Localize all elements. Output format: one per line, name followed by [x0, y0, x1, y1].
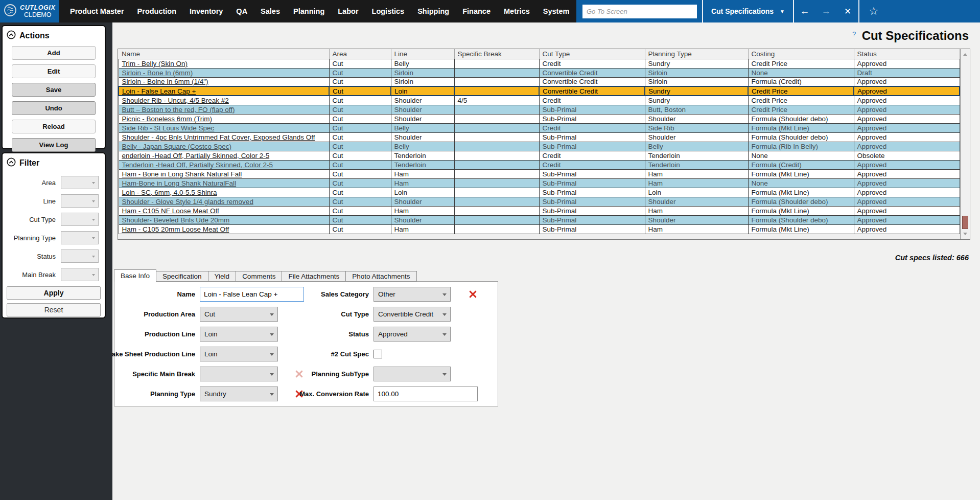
- table-row[interactable]: Ham - C105 NF Loose Meat OffCutHamSub-Pr…: [119, 206, 960, 215]
- spec-name-link[interactable]: Shoulder - Glove Style 1/4 glands remove…: [119, 197, 329, 206]
- make-sheet-production-line-select[interactable]: Loin: [200, 347, 278, 361]
- filter-status-select[interactable]: [61, 249, 99, 263]
- nav-item-shipping[interactable]: Shipping: [411, 7, 456, 15]
- view-log-button[interactable]: View Log: [12, 138, 96, 152]
- spec-name-link[interactable]: enderloin -Head Off, Partially Skinned, …: [119, 151, 329, 160]
- nav-item-metrics[interactable]: Metrics: [497, 7, 536, 15]
- table-row[interactable]: Side Rib - St Louis Wide SpecCutBellyCre…: [119, 123, 960, 132]
- table-row[interactable]: Shoulder - 4pc Bnls Untrimmed Fat Cover,…: [119, 132, 960, 142]
- filter-cut-type-select[interactable]: [61, 213, 99, 226]
- filter-main-break-select[interactable]: [61, 268, 99, 281]
- production-line-select[interactable]: Loin: [200, 327, 278, 342]
- nav-item-inventory[interactable]: Inventory: [183, 7, 229, 15]
- spec-name-link[interactable]: Sirloin - Boine In 6mm (1/4"): [119, 77, 329, 86]
- help-icon[interactable]: ?: [852, 30, 856, 38]
- column-header-costing[interactable]: Costing: [748, 49, 854, 59]
- forward-button[interactable]: →: [815, 6, 837, 17]
- favorite-star-button[interactable]: ☆: [859, 5, 888, 17]
- column-header-line[interactable]: Line: [391, 49, 454, 59]
- table-row[interactable]: Ham-Bone in Long Shank NaturalFallCutHam…: [119, 178, 960, 188]
- spec-name-link[interactable]: Trim - Belly (Skin On): [119, 59, 329, 68]
- table-row[interactable]: Shoulder Rib - Uncut, 4/5 Break #2CutSho…: [119, 96, 960, 105]
- spec-name-link[interactable]: Ham - Bone in Long Shank Natural Fall: [119, 169, 329, 178]
- tab-base-info[interactable]: Base Info: [114, 269, 156, 282]
- tab-specification[interactable]: Specification: [156, 271, 208, 282]
- spec-name-link[interactable]: Side Rib - St Louis Wide Spec: [119, 123, 329, 132]
- spec-name-link[interactable]: Shoulder - 4pc Bnls Untrimmed Fat Cover,…: [119, 132, 329, 142]
- tab-photo-attachments[interactable]: Photo Attachments: [345, 271, 416, 282]
- table-row[interactable]: Loin - SC, 6mm, 4.0-5.5 ShinraCutLoinSub…: [119, 188, 960, 197]
- table-row[interactable]: Ham - Bone in Long Shank Natural FallCut…: [119, 169, 960, 178]
- no2-cut-spec-checkbox[interactable]: [374, 350, 382, 358]
- back-button[interactable]: ←: [794, 6, 815, 17]
- spec-name-link[interactable]: Shoulder- Beveled Bnls Ude 20mm: [119, 215, 329, 224]
- nav-item-sales[interactable]: Sales: [254, 7, 287, 15]
- planning-subtype-select[interactable]: [374, 367, 451, 381]
- nav-item-labor[interactable]: Labor: [331, 7, 365, 15]
- collapse-actions-icon[interactable]: [7, 30, 16, 41]
- column-header-status[interactable]: Status: [854, 49, 960, 59]
- column-header-cut-type[interactable]: Cut Type: [539, 49, 645, 59]
- vertical-scrollbar[interactable]: [960, 49, 970, 239]
- goto-screen-input[interactable]: [582, 5, 697, 18]
- tab-yield[interactable]: Yield: [208, 271, 237, 282]
- spec-name-link[interactable]: Ham - C105 NF Loose Meat Off: [119, 206, 329, 215]
- spec-name-link[interactable]: Butt – Boston to the red, FO (flap off): [119, 105, 329, 114]
- scrollbar-down-button[interactable]: [961, 230, 970, 239]
- nav-item-planning[interactable]: Planning: [287, 7, 331, 15]
- reset-filter-button[interactable]: Reset: [7, 303, 101, 316]
- column-header-area[interactable]: Area: [329, 49, 391, 59]
- nav-item-finance[interactable]: Finance: [456, 7, 497, 15]
- column-header-specific-break[interactable]: Specific Break: [454, 49, 539, 59]
- table-row[interactable]: Belly - Japan Square (Costco Spec)CutBel…: [119, 142, 960, 151]
- spec-name-link[interactable]: Loin - False Lean Cap +: [119, 86, 329, 96]
- close-screen-button[interactable]: ✕: [837, 6, 858, 17]
- undo-button[interactable]: Undo: [12, 101, 96, 115]
- table-row[interactable]: Tenderloin -Head Off, Partially Skinned,…: [119, 160, 960, 169]
- status-select[interactable]: Approved: [374, 327, 451, 342]
- tab-file-attachments[interactable]: File Attachments: [282, 271, 346, 282]
- apply-filter-button[interactable]: Apply: [7, 286, 101, 300]
- filter-planning-type-select[interactable]: [61, 231, 99, 244]
- table-row[interactable]: Trim - Belly (Skin On)CutBellyCreditSund…: [119, 59, 960, 68]
- planning-type-select[interactable]: Sundry: [200, 387, 278, 401]
- sales-category-select[interactable]: Other: [374, 287, 451, 302]
- max-conversion-rate-input[interactable]: [374, 387, 478, 401]
- table-row[interactable]: Butt – Boston to the red, FO (flap off)C…: [119, 105, 960, 114]
- nav-item-product-master[interactable]: Product Master: [63, 7, 131, 15]
- cut-type-select[interactable]: Convertible Credit: [374, 307, 451, 322]
- add-button[interactable]: Add: [12, 46, 96, 60]
- spec-name-link[interactable]: Belly - Japan Square (Costco Spec): [119, 142, 329, 151]
- spec-name-link[interactable]: Ham - C105 20mm Loose Meat Off: [119, 224, 329, 234]
- nav-item-system[interactable]: System: [536, 7, 576, 15]
- production-area-select[interactable]: Cut: [200, 307, 278, 322]
- specific-main-break-select[interactable]: [200, 367, 278, 381]
- nav-item-qa[interactable]: QA: [229, 7, 254, 15]
- collapse-filter-icon[interactable]: [7, 157, 16, 169]
- table-row[interactable]: Sirloin - Boine In 6mm (1/4")CutSirloinC…: [119, 77, 960, 86]
- spec-name-link[interactable]: Picnic - Boneless 6mm (Trim): [119, 114, 329, 123]
- filter-line-select[interactable]: [61, 194, 99, 208]
- column-header-name[interactable]: Name: [119, 49, 329, 59]
- edit-button[interactable]: Edit: [12, 64, 96, 78]
- scrollbar-up-button[interactable]: [961, 50, 970, 59]
- tab-comments[interactable]: Comments: [236, 271, 282, 282]
- spec-name-link[interactable]: Sirloin - Bone In (6mm): [119, 68, 329, 77]
- reload-button[interactable]: Reload: [12, 120, 96, 133]
- table-row[interactable]: Loin - False Lean Cap +CutLoinConvertibl…: [119, 86, 960, 96]
- save-button[interactable]: Save: [12, 83, 96, 97]
- spec-name-link[interactable]: Tenderloin -Head Off, Partially Skinned,…: [119, 160, 329, 169]
- spec-name-link[interactable]: Ham-Bone in Long Shank NaturalFall: [119, 178, 329, 188]
- scrollbar-thumb[interactable]: [962, 216, 968, 229]
- filter-area-select[interactable]: [61, 176, 99, 189]
- table-row[interactable]: Shoulder - Glove Style 1/4 glands remove…: [119, 197, 960, 206]
- nav-item-production[interactable]: Production: [131, 7, 183, 15]
- table-row[interactable]: enderloin -Head Off, Partially Skinned, …: [119, 151, 960, 160]
- sales-category-clear-button[interactable]: [469, 290, 484, 299]
- screen-selector-dropdown[interactable]: Cut Specifications ▼: [703, 7, 793, 15]
- table-row[interactable]: Shoulder- Beveled Bnls Ude 20mmCutShould…: [119, 215, 960, 224]
- name-input[interactable]: [200, 287, 304, 302]
- nav-item-logistics[interactable]: Logistics: [365, 7, 411, 15]
- table-row[interactable]: Picnic - Boneless 6mm (Trim)CutShoulderS…: [119, 114, 960, 123]
- column-header-planning-type[interactable]: Planning Type: [645, 49, 748, 59]
